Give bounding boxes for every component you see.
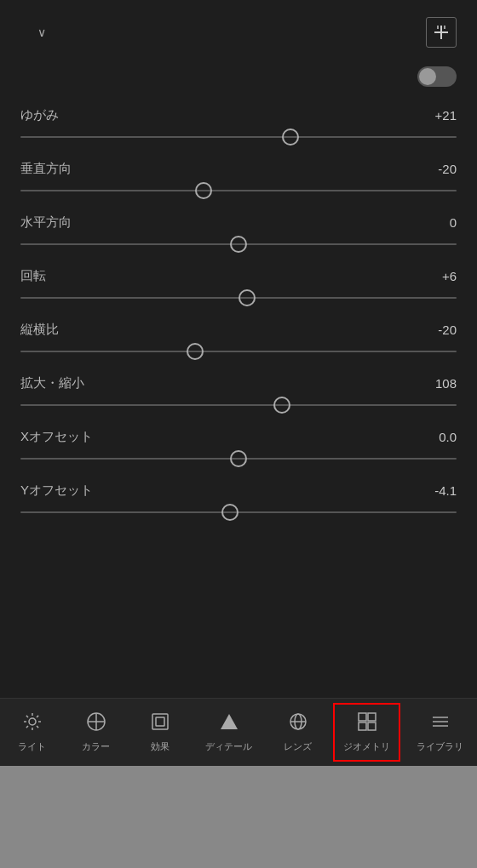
slider-value-scale: 108 (435, 376, 457, 391)
svg-rect-24 (368, 722, 376, 730)
slider-row-rotation: 回転 +6 (20, 268, 457, 306)
slider-name-y-offset: Yオフセット (20, 483, 93, 499)
slider-row-yugami: ゆがみ +21 (20, 107, 457, 146)
slider-value-x-offset: 0.0 (439, 430, 457, 444)
slider-thumb-yugami[interactable] (282, 128, 299, 146)
nav-item-geometry[interactable]: ジオメトリ (336, 706, 397, 758)
svg-rect-15 (152, 714, 168, 729)
gray-area (0, 766, 477, 868)
slider-value-rotation: +6 (442, 269, 457, 283)
nav-item-light[interactable]: ライト (7, 706, 58, 758)
main-panel: ∨ ゆがみ +21 (0, 0, 477, 698)
nav-item-detail[interactable]: ディテール (198, 706, 259, 758)
slider-thumb-vertical[interactable] (195, 182, 212, 199)
slider-name-scale: 拡大・縮小 (20, 375, 84, 391)
nav-item-effect[interactable]: 効果 (135, 706, 186, 758)
slider-name-aspect: 縦横比 (20, 322, 59, 338)
svg-rect-21 (359, 713, 366, 721)
slider-thumb-scale[interactable] (273, 397, 290, 414)
nav-item-lens[interactable]: レンズ (273, 706, 324, 758)
svg-rect-22 (368, 713, 376, 721)
slider-thumb-horizontal[interactable] (230, 236, 247, 253)
grid-guide-button[interactable] (426, 17, 457, 48)
header-row: ∨ (20, 17, 457, 48)
slider-thumb-y-offset[interactable] (221, 504, 238, 521)
nav-label-lens: レンズ (284, 740, 312, 753)
chevron-down-icon: ∨ (37, 26, 46, 39)
svg-rect-23 (359, 722, 366, 730)
slider-value-aspect: -20 (438, 323, 457, 337)
detail-icon (219, 711, 239, 737)
slider-track-horizontal[interactable] (20, 236, 457, 253)
geometry-icon (357, 711, 377, 737)
color-icon (86, 711, 106, 737)
nav-item-color[interactable]: カラー (71, 706, 122, 758)
slider-track-x-offset[interactable] (20, 450, 457, 467)
slider-track-vertical[interactable] (20, 182, 457, 199)
svg-line-10 (37, 726, 38, 728)
sliders-container: ゆがみ +21 垂直方向 -20 水平方向 (20, 107, 457, 521)
crop-limit-toggle[interactable] (417, 66, 457, 87)
guide-grid-icon (433, 24, 450, 41)
library-icon (430, 711, 451, 737)
slider-row-horizontal: 水平方向 0 (20, 214, 457, 253)
header-left: ∨ (20, 26, 46, 39)
lens-icon (288, 711, 308, 737)
nav-label-effect: 効果 (151, 740, 170, 753)
slider-thumb-x-offset[interactable] (230, 450, 247, 467)
effect-icon (150, 711, 170, 737)
slider-row-vertical: 垂直方向 -20 (20, 161, 457, 199)
slider-name-rotation: 回転 (20, 268, 46, 284)
nav-label-color: カラー (82, 740, 110, 753)
bottom-nav: ライト カラー 効果 ディテール (0, 698, 477, 766)
light-icon (22, 711, 43, 737)
slider-name-vertical: 垂直方向 (20, 161, 72, 177)
slider-value-vertical: -20 (438, 162, 457, 176)
slider-track-scale[interactable] (20, 397, 457, 414)
slider-track-rotation[interactable] (20, 289, 457, 306)
toggle-knob (419, 68, 436, 85)
slider-thumb-aspect[interactable] (187, 343, 204, 360)
svg-marker-17 (221, 714, 238, 729)
nav-label-geometry: ジオメトリ (343, 740, 390, 753)
nav-item-library[interactable]: ライブラリ (410, 706, 470, 758)
slider-value-horizontal: 0 (450, 215, 457, 230)
slider-value-yugami: +21 (435, 108, 457, 123)
svg-rect-16 (156, 717, 164, 726)
slider-track-aspect[interactable] (20, 343, 457, 360)
slider-name-x-offset: Xオフセット (20, 429, 93, 445)
svg-line-12 (26, 726, 28, 728)
nav-label-detail: ディテール (205, 740, 252, 753)
svg-line-9 (26, 716, 28, 717)
slider-name-yugami: ゆがみ (20, 107, 59, 123)
nav-label-library: ライブラリ (417, 740, 463, 753)
svg-line-11 (37, 716, 38, 717)
slider-row-aspect: 縦横比 -20 (20, 322, 457, 360)
slider-name-horizontal: 水平方向 (20, 214, 72, 231)
slider-row-y-offset: Yオフセット -4.1 (20, 483, 457, 521)
slider-row-scale: 拡大・縮小 108 (20, 375, 457, 414)
slider-row-x-offset: Xオフセット 0.0 (20, 429, 457, 467)
slider-track-yugami[interactable] (20, 128, 457, 146)
nav-label-light: ライト (18, 740, 46, 753)
slider-thumb-rotation[interactable] (238, 289, 256, 306)
slider-track-y-offset[interactable] (20, 504, 457, 521)
slider-value-y-offset: -4.1 (434, 483, 457, 498)
upright-mode-selector[interactable]: ∨ (34, 26, 46, 39)
crop-limit-row (20, 66, 457, 87)
svg-point-4 (29, 718, 36, 725)
